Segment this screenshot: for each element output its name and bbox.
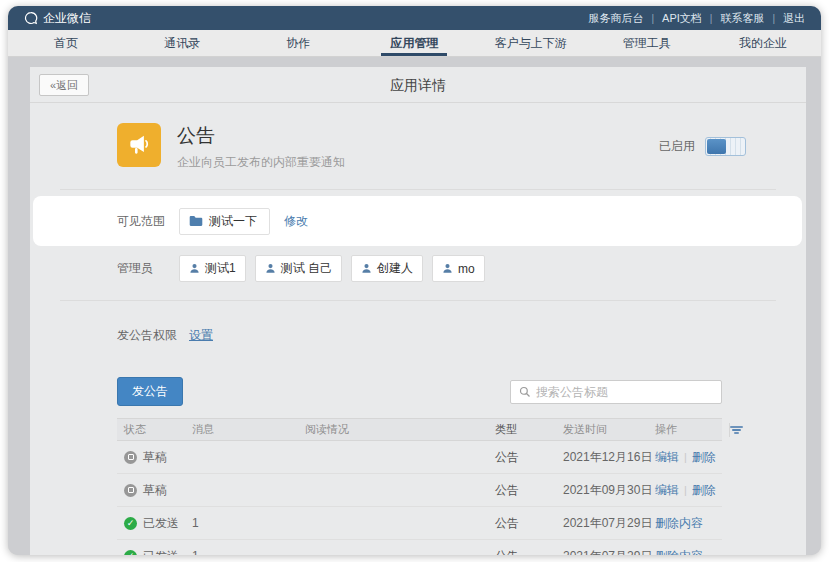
search-box [510, 380, 722, 404]
admins-row: 管理员 测试1 测试 自己 创建人 [30, 255, 806, 282]
folder-icon [189, 215, 203, 227]
table-row: 草稿 公告 2021年12月16日 编辑 | 删除 [117, 441, 722, 474]
status-cell: 已发送 [117, 548, 185, 556]
separator: | [684, 484, 687, 496]
nav-tab-my-company[interactable]: 我的企业 [705, 30, 821, 56]
edit-link[interactable]: 编辑 [655, 482, 679, 499]
header-date: 发送时间 [563, 422, 655, 437]
admin-name: 测试1 [205, 260, 236, 277]
announcements-table: 状态 消息 阅读情况 类型 发送时间 操作 草稿 [117, 418, 722, 555]
date-cell: 2021年09月30日 [563, 482, 655, 499]
header-read: 阅读情况 [305, 422, 495, 437]
separator: | [651, 13, 654, 24]
app-window: 企业微信 服务商后台 | API文档 | 联系客服 | 退出 首页 通讯录 协作… [8, 6, 821, 555]
delete-content-link[interactable]: 删除内容 [655, 515, 703, 532]
page-title-row: «返回 应用详情 [30, 67, 806, 103]
status-cell: 草稿 [117, 482, 185, 499]
announce-permission-row: 发公告权限 设置 [30, 327, 806, 344]
message-cell: 1 [185, 549, 305, 555]
draft-status-icon [124, 484, 137, 497]
admins-label: 管理员 [117, 260, 179, 277]
status-cell: 草稿 [117, 449, 185, 466]
brand-logo-icon [24, 11, 38, 25]
admin-name: mo [458, 262, 475, 276]
table-row: 草稿 公告 2021年09月30日 编辑 | 删除 [117, 474, 722, 507]
sent-status-icon [124, 550, 137, 556]
type-cell: 公告 [495, 548, 563, 556]
delete-content-link[interactable]: 删除内容 [655, 548, 703, 556]
date-cell: 2021年07月29日 [563, 515, 655, 532]
table-header: 状态 消息 阅读情况 类型 发送时间 操作 [117, 418, 722, 441]
admin-chip: 测试 自己 [255, 255, 342, 282]
funnel-icon [730, 426, 743, 434]
admin-name: 测试 自己 [281, 260, 332, 277]
status-text: 草稿 [143, 449, 167, 466]
page-title: 应用详情 [30, 67, 806, 103]
filter-icon[interactable] [729, 423, 743, 437]
admin-chip: mo [432, 255, 485, 282]
nav-tab-customers[interactable]: 客户与上下游 [473, 30, 589, 56]
delete-link[interactable]: 删除 [692, 482, 716, 499]
separator: | [710, 13, 713, 24]
edit-scope-link[interactable]: 修改 [284, 213, 308, 230]
nav-tab-collaboration[interactable]: 协作 [240, 30, 356, 56]
back-button[interactable]: «返回 [39, 74, 89, 96]
app-name: 公告 [177, 123, 345, 149]
admin-name: 创建人 [377, 260, 413, 277]
toggle-knob [707, 139, 726, 154]
admin-chip: 创建人 [351, 255, 423, 282]
content-background: «返回 应用详情 公告 企业向员工发布的内部重要通知 已启用 [8, 58, 821, 555]
delete-link[interactable]: 删除 [692, 449, 716, 466]
app-status: 已启用 [659, 137, 746, 156]
permission-settings-link[interactable]: 设置 [189, 327, 213, 344]
announcement-toolbar: 发公告 [117, 377, 722, 406]
person-icon [361, 263, 372, 274]
actions-cell: 编辑 | 删除 [655, 482, 729, 499]
date-cell: 2021年12月16日 [563, 449, 655, 466]
visible-scope-row: 可见范围 测试一下 修改 [33, 196, 802, 246]
table-row: 已发送 1 公告 2021年07月29日 删除内容 [117, 507, 722, 540]
page-container: «返回 应用详情 公告 企业向员工发布的内部重要通知 已启用 [30, 67, 806, 555]
admin-chip: 测试1 [179, 255, 246, 282]
admin-chips: 测试1 测试 自己 创建人 mo [179, 255, 485, 282]
separator: | [772, 13, 775, 24]
table-row: 已发送 1 公告 2021年07月29日 删除内容 [117, 540, 722, 555]
actions-cell: 删除内容 [655, 548, 729, 556]
status-label: 已启用 [659, 138, 695, 155]
nav-tab-contacts[interactable]: 通讯录 [124, 30, 240, 56]
actions-cell: 编辑 | 删除 [655, 449, 729, 466]
person-icon [442, 263, 453, 274]
message-cell: 1 [185, 516, 305, 530]
type-cell: 公告 [495, 449, 563, 466]
brand-name: 企业微信 [43, 10, 91, 27]
nav-tab-app-management[interactable]: 应用管理 [356, 30, 472, 56]
send-announcement-button[interactable]: 发公告 [117, 377, 183, 406]
topbar-links: 服务商后台 | API文档 | 联系客服 | 退出 [588, 11, 805, 26]
visible-scope-label: 可见范围 [117, 213, 179, 230]
app-header: 公告 企业向员工发布的内部重要通知 已启用 [30, 103, 806, 171]
header-message: 消息 [185, 422, 305, 437]
sent-status-icon [124, 517, 137, 530]
header-status: 状态 [117, 422, 185, 437]
megaphone-icon [126, 132, 152, 158]
status-text: 已发送 [143, 548, 179, 556]
nav-tab-admin-tools[interactable]: 管理工具 [589, 30, 705, 56]
announce-permission-label: 发公告权限 [117, 327, 177, 344]
draft-status-icon [124, 451, 137, 464]
search-input[interactable] [536, 385, 713, 399]
person-icon [265, 263, 276, 274]
header-type: 类型 [495, 422, 563, 437]
app-description: 企业向员工发布的内部重要通知 [177, 154, 345, 171]
header-action: 操作 [655, 422, 729, 437]
enable-toggle[interactable] [705, 137, 746, 156]
topbar-link-support[interactable]: 联系客服 [720, 11, 764, 26]
status-text: 已发送 [143, 515, 179, 532]
app-meta: 公告 企业向员工发布的内部重要通知 [177, 123, 345, 171]
topbar: 企业微信 服务商后台 | API文档 | 联系客服 | 退出 [8, 6, 821, 30]
edit-link[interactable]: 编辑 [655, 449, 679, 466]
nav-tab-home[interactable]: 首页 [8, 30, 124, 56]
topbar-link-logout[interactable]: 退出 [783, 11, 805, 26]
topbar-link-provider[interactable]: 服务商后台 [588, 11, 643, 26]
status-text: 草稿 [143, 482, 167, 499]
topbar-link-api-docs[interactable]: API文档 [662, 11, 702, 26]
